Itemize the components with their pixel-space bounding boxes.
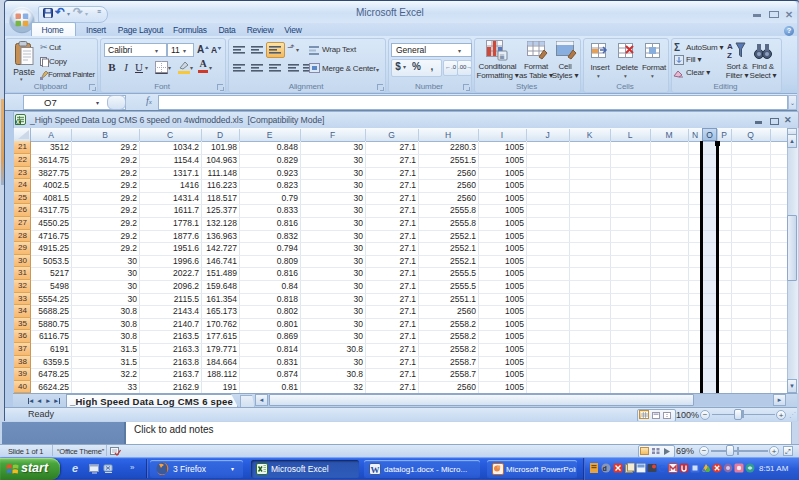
svg-text:C: C bbox=[658, 463, 665, 473]
svg-text:W: W bbox=[371, 464, 380, 474]
svg-text:A: A bbox=[197, 44, 204, 55]
svg-text:≣: ≣ bbox=[499, 53, 505, 60]
svg-text:X: X bbox=[16, 119, 20, 125]
svg-text:A: A bbox=[211, 45, 217, 55]
svg-text:d: d bbox=[603, 465, 607, 472]
svg-text:A: A bbox=[727, 42, 733, 51]
svg-text:Z: Z bbox=[727, 51, 732, 60]
